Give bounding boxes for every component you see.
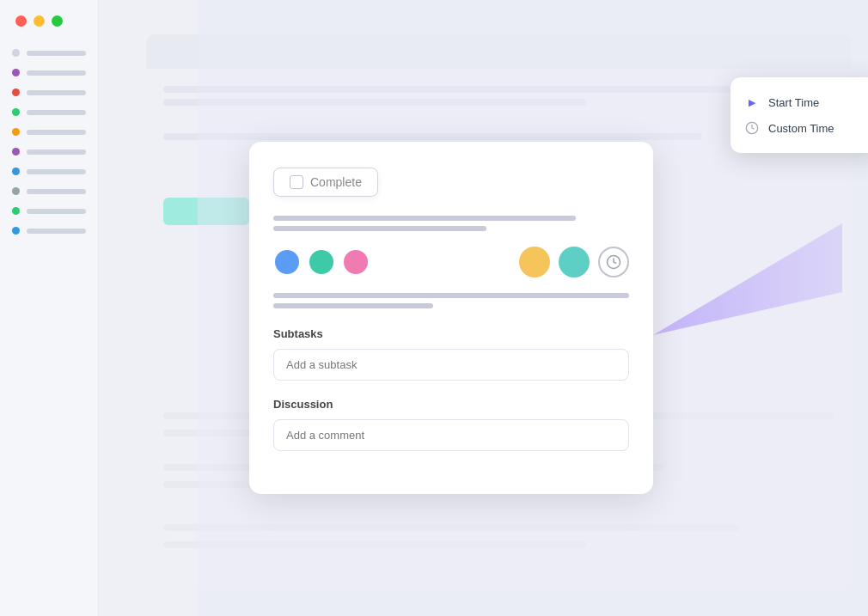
sidebar-item[interactable]	[0, 63, 98, 82]
avatar-blue[interactable]	[273, 248, 301, 276]
custom-time-item[interactable]: Custom Time	[744, 115, 867, 141]
play-icon: ▶	[744, 95, 760, 110]
bg-row	[163, 133, 702, 140]
sidebar-item[interactable]	[0, 162, 98, 181]
sidebar-item[interactable]	[0, 102, 98, 122]
bg-green-block	[163, 198, 249, 225]
bg-row	[163, 524, 740, 531]
sidebar-item[interactable]	[0, 181, 98, 201]
sidebar	[0, 0, 99, 616]
date-avatar-teal[interactable]	[559, 247, 590, 278]
progress-bar-long	[273, 216, 576, 221]
desc-bar-full	[273, 293, 629, 298]
progress-area	[273, 216, 629, 231]
traffic-lights	[15, 15, 63, 27]
clock-wrapper	[598, 247, 629, 278]
comment-input[interactable]	[273, 419, 629, 451]
start-time-item[interactable]: ▶ Start Time	[744, 89, 867, 115]
start-time-label: Start Time	[768, 96, 819, 109]
assignees-row	[273, 247, 629, 278]
sidebar-item[interactable]	[0, 122, 98, 142]
desc-bar-short	[273, 303, 433, 308]
progress-bar-medium	[273, 226, 486, 231]
avatar-teal[interactable]	[308, 248, 335, 276]
bg-header-bar	[146, 34, 851, 69]
task-modal: Complete	[249, 142, 653, 494]
complete-btn-wrapper: Complete	[273, 168, 629, 197]
clock-button[interactable]	[598, 247, 629, 278]
checkbox	[290, 175, 303, 189]
time-menu: ▶ Start Time Custom Time	[730, 77, 868, 153]
description-bars	[273, 293, 629, 308]
traffic-light-red[interactable]	[15, 15, 27, 27]
subtasks-title: Subtasks	[273, 327, 629, 340]
clock-icon	[744, 120, 760, 136]
tooltip-connector	[653, 223, 842, 335]
sidebar-item[interactable]	[0, 43, 98, 63]
avatar-pink[interactable]	[342, 248, 370, 276]
sidebar-item[interactable]	[0, 221, 98, 241]
bg-row	[163, 99, 586, 106]
custom-time-label: Custom Time	[768, 122, 834, 135]
traffic-light-green[interactable]	[52, 15, 63, 27]
discussion-title: Discussion	[273, 398, 629, 411]
date-avatar-yellow[interactable]	[519, 247, 550, 278]
complete-label: Complete	[310, 175, 362, 189]
svg-marker-0	[653, 223, 842, 335]
complete-button[interactable]: Complete	[273, 168, 378, 197]
sidebar-item[interactable]	[0, 201, 98, 221]
traffic-light-yellow[interactable]	[34, 15, 45, 27]
main-content: Complete	[99, 0, 868, 616]
sidebar-item[interactable]	[0, 82, 98, 102]
date-avatars	[519, 247, 629, 278]
bg-row	[163, 541, 586, 548]
subtask-input[interactable]	[273, 349, 629, 381]
sidebar-item[interactable]	[0, 142, 98, 162]
